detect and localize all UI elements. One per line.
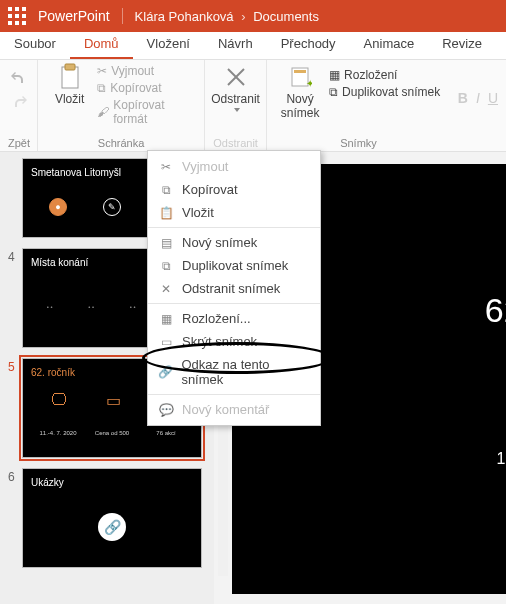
new-slide-icon: ▤	[158, 236, 174, 250]
hide-icon: ▭	[158, 335, 174, 349]
separator	[148, 394, 320, 395]
paste-label: Vložit	[55, 92, 84, 106]
slide-thumbnail[interactable]: Ukázky 🔗	[22, 468, 202, 568]
scissors-icon: ✂	[158, 160, 174, 174]
new-slide-button[interactable]: ✦ Nový snímek	[275, 64, 325, 120]
slide-date: 11. 6	[496, 450, 506, 468]
separator	[148, 227, 320, 228]
delete-sub-label: Odstranit	[213, 135, 258, 149]
app-name: PowerPoint	[38, 8, 123, 24]
thumb-number	[8, 158, 22, 238]
thumb-number: 5	[8, 358, 22, 458]
ctx-cut[interactable]: ✂Vyjmout	[148, 155, 320, 178]
chevron-right-icon: ›	[241, 9, 245, 24]
ctx-paste[interactable]: 📋Vložit	[148, 201, 320, 224]
ctx-new-comment[interactable]: 💬Nový komentář	[148, 398, 320, 421]
circle-icon: ●	[49, 198, 67, 216]
duplicate-slide-button[interactable]: ⧉ Duplikovat snímek	[329, 85, 440, 99]
tab-soubor[interactable]: Soubor	[0, 32, 70, 59]
money-icon: ▭	[106, 391, 121, 410]
paste-button[interactable]: Vložit	[46, 64, 93, 106]
thumb-caption: 76 akcí	[141, 430, 191, 436]
circle-icon: ✎	[103, 198, 121, 216]
ctx-hide-slide[interactable]: ▭Skrýt snímek	[148, 330, 320, 353]
layout-icon: ▦	[158, 312, 174, 326]
tab-vlozeni[interactable]: Vložení	[133, 32, 204, 59]
italic-button[interactable]: I	[476, 90, 480, 106]
layout-icon: ▦	[329, 68, 340, 82]
scissors-icon: ✂	[97, 64, 107, 78]
undo-group-label: Zpět	[8, 135, 29, 149]
redo-icon[interactable]	[10, 94, 28, 112]
svg-text:✦: ✦	[306, 78, 312, 89]
copy-button[interactable]: ⧉ Kopírovat	[97, 81, 196, 95]
tab-domu[interactable]: Domů	[70, 32, 133, 59]
svg-rect-5	[294, 70, 306, 73]
duplicate-icon: ⧉	[329, 85, 338, 99]
clipboard-group-label: Schránka	[46, 135, 196, 149]
workspace: Smetanova Litomyšl ● ✎ ■ 4 Místa konání …	[0, 152, 506, 604]
ribbon: Zpět Vložit ✂ Vyjmout ⧉ Kopírovat 🖌 Kopí…	[0, 60, 506, 152]
underline-button[interactable]: U	[488, 90, 498, 106]
svg-rect-1	[65, 64, 75, 70]
ctx-link-to-slide[interactable]: 🔗Odkaz na tento snímek	[148, 353, 320, 391]
breadcrumb[interactable]: Klára Pohanková › Documents	[123, 9, 319, 24]
monitor-icon: 🖵	[51, 391, 67, 409]
tab-navrh[interactable]: Návrh	[204, 32, 267, 59]
ctx-delete-slide[interactable]: ✕Odstranit snímek	[148, 277, 320, 300]
comment-icon: 💬	[158, 403, 174, 417]
slides-group-label: Snímky	[275, 135, 442, 149]
undo-icon[interactable]	[10, 70, 28, 88]
context-menu: ✂Vyjmout ⧉Kopírovat 📋Vložit ▤Nový snímek…	[147, 150, 321, 426]
thumb-number: 4	[8, 248, 22, 348]
tab-prechody[interactable]: Přechody	[267, 32, 350, 59]
slide-title: 62.	[485, 291, 506, 330]
thumb-caption: Cena od 500	[87, 430, 137, 436]
thumb-title: Ukázky	[31, 477, 193, 488]
brush-icon: 🖌	[97, 105, 109, 119]
layout-button[interactable]: ▦ Rozložení	[329, 68, 440, 82]
clipboard-icon: 📋	[158, 206, 174, 220]
ctx-layout[interactable]: ▦Rozložení...	[148, 307, 320, 330]
separator	[148, 303, 320, 304]
tab-revize[interactable]: Revize	[428, 32, 496, 59]
ctx-duplicate-slide[interactable]: ⧉Duplikovat snímek	[148, 254, 320, 277]
cut-button[interactable]: ✂ Vyjmout	[97, 64, 196, 78]
tab-animace[interactable]: Animace	[350, 32, 429, 59]
ctx-copy[interactable]: ⧉Kopírovat	[148, 178, 320, 201]
thumb-number: 6	[8, 468, 22, 568]
chevron-down-icon	[234, 108, 240, 112]
thumb-caption: 11.-4. 7. 2020	[33, 430, 83, 436]
bold-button[interactable]: B	[458, 90, 468, 106]
title-bar: PowerPoint Klára Pohanková › Documents	[0, 0, 506, 32]
link-icon: 🔗	[158, 365, 173, 379]
link-icon: 🔗	[98, 513, 126, 541]
copy-icon: ⧉	[158, 183, 174, 197]
ctx-new-slide[interactable]: ▤Nový snímek	[148, 231, 320, 254]
delete-icon: ✕	[158, 282, 174, 296]
delete-slide-button[interactable]: Odstranit	[211, 64, 260, 112]
app-launcher-icon[interactable]	[8, 7, 26, 25]
duplicate-icon: ⧉	[158, 259, 174, 273]
format-painter-button[interactable]: 🖌 Kopírovat formát	[97, 98, 196, 126]
breadcrumb-user: Klára Pohanková	[135, 9, 234, 24]
ribbon-tabs: Soubor Domů Vložení Návrh Přechody Anima…	[0, 32, 506, 60]
copy-icon: ⧉	[97, 81, 106, 95]
breadcrumb-location: Documents	[253, 9, 319, 24]
